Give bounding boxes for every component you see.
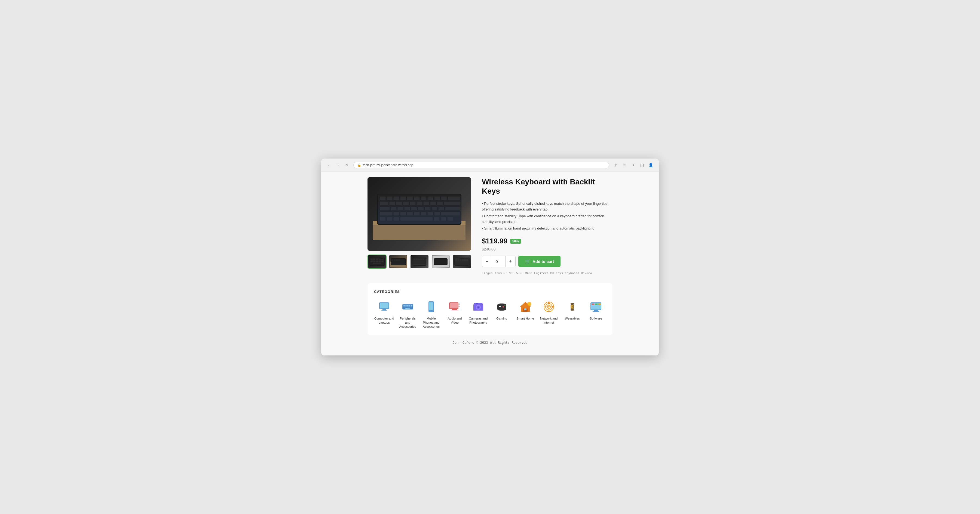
svg-rect-115	[429, 302, 433, 310]
svg-point-116	[431, 310, 432, 311]
svg-rect-70	[396, 259, 398, 260]
feature-1: • Perfect stroke keys: Spherically dishe…	[482, 201, 612, 213]
svg-rect-51	[378, 194, 461, 224]
svg-rect-85	[455, 259, 457, 260]
svg-point-135	[528, 303, 531, 305]
category-item-audio-video[interactable]: Audio and Video	[445, 299, 465, 329]
forward-button[interactable]: →	[334, 161, 342, 169]
thumbnail-4[interactable]	[431, 255, 450, 269]
svg-rect-75	[416, 259, 418, 260]
category-item-computers[interactable]: Computer and Laptops	[374, 299, 394, 329]
image-credit: Images from RTINGS & PC MAG: Logitech MX…	[482, 271, 612, 275]
svg-rect-121	[452, 309, 457, 310]
categories-title: CATEGORIES	[374, 290, 606, 294]
nav-icons: ← → ↻	[326, 161, 351, 169]
svg-point-125	[477, 306, 479, 308]
footer-text: John Cañero © 2023 All Rights Reserved	[453, 341, 528, 344]
tab-button[interactable]: ▢	[638, 161, 646, 169]
category-label-smart-home: Smart Home	[516, 317, 534, 320]
svg-rect-86	[458, 259, 459, 260]
svg-rect-104	[405, 305, 407, 306]
category-item-peripherals[interactable]: Peripherals and Accessories	[398, 299, 418, 329]
svg-rect-110	[407, 306, 409, 307]
browser-window: ← → ↻ 🔒 tech-jam-by-johncanero.vercel.ap…	[321, 159, 659, 355]
svg-rect-64	[373, 263, 381, 264]
lock-icon: 🔒	[358, 163, 361, 167]
svg-rect-157	[592, 307, 597, 307]
svg-rect-63	[381, 260, 383, 262]
category-item-network[interactable]: Network and Internet	[539, 299, 559, 329]
svg-rect-159	[593, 311, 599, 312]
svg-rect-91	[455, 260, 457, 261]
svg-rect-87	[460, 259, 461, 260]
svg-rect-58	[381, 259, 383, 260]
url-text: tech-jam-by-johncanero.vercel.app	[363, 163, 413, 167]
refresh-button[interactable]: ↻	[343, 161, 351, 169]
category-icon-smart-home	[518, 299, 533, 314]
category-label-audio-video: Audio and Video	[445, 317, 465, 325]
address-bar[interactable]: 🔒 tech-jam-by-johncanero.vercel.app	[353, 162, 609, 168]
original-price: $240.00	[482, 247, 612, 251]
category-label-computers: Computer and Laptops	[374, 317, 394, 325]
product-features: • Perfect stroke keys: Spherically dishe…	[482, 201, 612, 232]
category-label-mobile: Mobile Phones and Accessories	[421, 317, 441, 329]
svg-rect-109	[405, 306, 407, 307]
quantity-control: − +	[482, 255, 515, 267]
thumbnail-1[interactable]	[368, 255, 387, 269]
svg-point-143	[552, 306, 554, 308]
category-item-gaming[interactable]: Gaming	[492, 299, 512, 329]
svg-rect-111	[409, 306, 410, 307]
quantity-input[interactable]	[492, 256, 506, 267]
svg-rect-119	[458, 303, 460, 305]
browser-toolbar: ← → ↻ 🔒 tech-jam-by-johncanero.vercel.ap…	[321, 159, 659, 172]
product-details: Wireless Keyboard with Backlit Keys • Pe…	[482, 177, 612, 275]
svg-rect-74	[414, 259, 415, 260]
category-label-cameras: Cameras and Photography	[468, 317, 488, 325]
category-item-software[interactable]: Software	[586, 299, 606, 329]
extensions-button[interactable]: ✦	[629, 161, 637, 169]
svg-rect-54	[371, 259, 373, 260]
svg-rect-147	[571, 309, 574, 311]
svg-rect-57	[379, 259, 381, 260]
profile-button[interactable]: 👤	[647, 161, 654, 169]
category-icon-peripherals	[400, 299, 415, 314]
category-item-cameras[interactable]: Cameras and Photography	[468, 299, 488, 329]
categories-section: CATEGORIES Computer and Laptops Peripher…	[368, 283, 612, 335]
svg-rect-62	[379, 260, 381, 262]
category-item-wearables[interactable]: Wearables	[562, 299, 582, 329]
quantity-increase-button[interactable]: +	[506, 256, 515, 267]
category-icon-network	[541, 299, 557, 314]
share-button[interactable]: ⇧	[612, 161, 620, 169]
category-label-software: Software	[590, 317, 602, 320]
category-icon-gaming	[494, 299, 509, 314]
svg-rect-95	[464, 260, 466, 261]
add-to-cart-label: Add to cart	[533, 259, 554, 264]
category-label-wearables: Wearables	[565, 317, 580, 320]
svg-rect-100	[381, 310, 387, 311]
svg-point-142	[548, 302, 550, 304]
svg-rect-77	[420, 259, 422, 260]
svg-rect-105	[407, 305, 409, 306]
svg-rect-68	[392, 259, 393, 260]
thumbnail-3[interactable]	[410, 255, 429, 269]
discount-badge: 50%	[510, 239, 521, 244]
svg-rect-0	[373, 224, 466, 240]
quantity-decrease-button[interactable]: −	[482, 256, 492, 267]
category-item-mobile[interactable]: Mobile Phones and Accessories	[421, 299, 441, 329]
svg-rect-153	[592, 303, 594, 305]
svg-rect-69	[394, 259, 396, 260]
category-icon-software	[588, 299, 603, 314]
thumbnail-5[interactable]	[452, 255, 471, 269]
bookmark-button[interactable]: ☆	[620, 161, 628, 169]
back-button[interactable]: ←	[326, 161, 333, 169]
svg-rect-96	[466, 260, 468, 261]
svg-rect-98	[380, 303, 388, 308]
category-label-gaming: Gaming	[496, 317, 507, 320]
thumbnail-2[interactable]	[389, 255, 408, 269]
svg-rect-113	[405, 308, 410, 309]
category-icon-wearables	[565, 299, 580, 314]
svg-rect-118	[450, 303, 458, 308]
svg-rect-60	[373, 260, 375, 262]
add-to-cart-button[interactable]: 🛒 Add to cart	[518, 255, 560, 267]
category-item-smart-home[interactable]: Smart Home	[515, 299, 535, 329]
